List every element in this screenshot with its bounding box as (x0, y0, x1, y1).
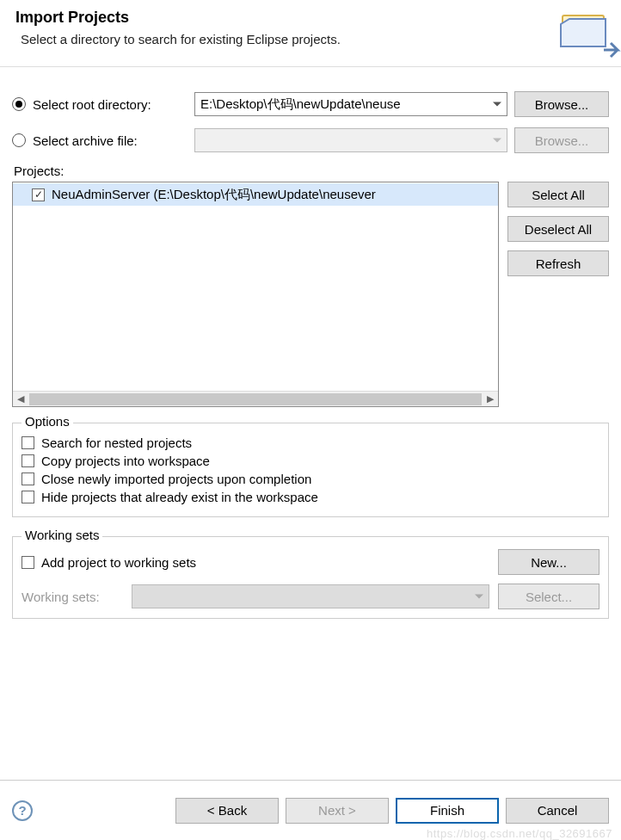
working-sets-combo (132, 584, 489, 608)
close-checkbox[interactable] (22, 472, 34, 485)
dialog-title: Import Projects (15, 9, 606, 27)
root-directory-combo[interactable]: E:\Desktop\代码\newUpdate\neuse (194, 92, 507, 116)
back-button[interactable]: < Back (175, 798, 279, 824)
scroll-left-icon[interactable]: ◀ (13, 392, 28, 407)
dialog-header: Import Projects Select a directory to se… (0, 0, 621, 67)
scroll-right-icon[interactable]: ▶ (483, 392, 498, 407)
refresh-button[interactable]: Refresh (507, 250, 609, 276)
deselect-all-button[interactable]: Deselect All (507, 216, 609, 242)
dialog-description: Select a directory to search for existin… (15, 32, 606, 46)
archive-file-combo (194, 128, 507, 152)
select-all-button[interactable]: Select All (507, 182, 609, 207)
new-working-set-button[interactable]: New... (498, 549, 599, 575)
hide-checkbox[interactable] (22, 491, 34, 503)
cancel-button[interactable]: Cancel (506, 798, 609, 824)
finish-button[interactable]: Finish (396, 798, 499, 824)
select-working-set-button: Select... (498, 584, 599, 609)
projects-section: NeuAdminServer (E:\Desktop\代码\newUpdate\… (12, 182, 609, 407)
projects-buttons: Select All Deselect All Refresh (507, 182, 609, 276)
archive-file-radio[interactable] (12, 133, 26, 147)
browse-archive-button: Browse... (514, 127, 609, 153)
chevron-down-icon (493, 139, 501, 143)
project-label: NeuAdminServer (E:\Desktop\代码\newUpdate\… (52, 187, 376, 203)
next-button: Next > (286, 798, 389, 824)
option-copy[interactable]: Copy projects into workspace (22, 454, 599, 468)
chevron-down-icon (493, 102, 501, 107)
option-hide[interactable]: Hide projects that already exist in the … (22, 490, 599, 504)
archive-file-row: Select archive file: Browse... (12, 127, 609, 153)
working-sets-title: Working sets (22, 528, 102, 542)
projects-list[interactable]: NeuAdminServer (E:\Desktop\代码\newUpdate\… (12, 182, 499, 407)
scroll-thumb[interactable] (29, 393, 482, 405)
options-title: Options (22, 414, 73, 429)
copy-label: Copy projects into workspace (41, 454, 210, 468)
project-checkbox[interactable] (32, 188, 45, 201)
dialog-content: Select root directory: E:\Desktop\代码\new… (0, 67, 621, 627)
project-item[interactable]: NeuAdminServer (E:\Desktop\代码\newUpdate\… (13, 183, 498, 206)
close-label: Close newly imported projects upon compl… (41, 472, 311, 486)
chevron-down-icon (475, 595, 483, 599)
copy-checkbox[interactable] (22, 454, 34, 467)
working-sets-select-row: Working sets: Select... (22, 584, 599, 609)
dialog-footer: ? < Back Next > Finish Cancel (0, 780, 621, 840)
root-directory-value: E:\Desktop\代码\newUpdate\neuse (200, 96, 401, 113)
add-working-set-checkbox[interactable] (22, 556, 34, 569)
browse-root-button[interactable]: Browse... (514, 91, 609, 117)
horizontal-scrollbar[interactable]: ◀ ▶ (13, 391, 498, 406)
nested-checkbox[interactable] (22, 436, 34, 449)
help-icon[interactable]: ? (12, 800, 33, 821)
archive-file-label: Select archive file: (33, 133, 188, 148)
root-directory-radio[interactable] (12, 97, 26, 111)
working-sets-label: Working sets: (22, 590, 123, 604)
projects-label: Projects: (14, 164, 609, 178)
root-directory-label: Select root directory: (33, 97, 188, 112)
import-folder-icon (554, 0, 621, 67)
option-nested[interactable]: Search for nested projects (22, 435, 599, 450)
add-working-set-row: Add project to working sets New... (22, 549, 599, 575)
nested-label: Search for nested projects (41, 435, 192, 450)
options-group: Options Search for nested projects Copy … (12, 423, 609, 517)
root-directory-row: Select root directory: E:\Desktop\代码\new… (12, 91, 609, 117)
hide-label: Hide projects that already exist in the … (41, 490, 318, 504)
option-close[interactable]: Close newly imported projects upon compl… (22, 472, 599, 486)
add-working-set-label: Add project to working sets (41, 555, 196, 570)
working-sets-group: Working sets Add project to working sets… (12, 536, 609, 619)
